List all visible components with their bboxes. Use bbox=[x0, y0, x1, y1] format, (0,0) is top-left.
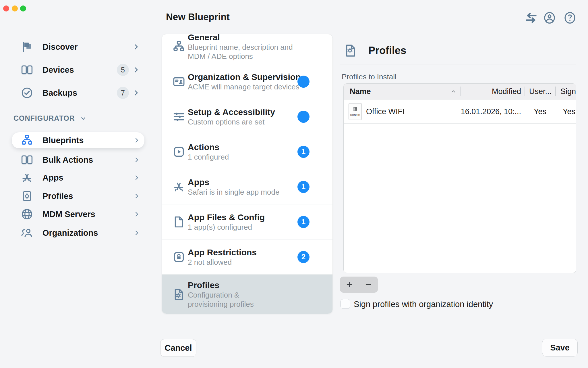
close-window-button[interactable] bbox=[3, 5, 9, 12]
section-row-organization-supervision[interactable]: Organization & Supervision ACME will man… bbox=[162, 64, 332, 99]
backup-check-icon bbox=[21, 87, 33, 99]
section-subtitle: 2 not allowed bbox=[188, 258, 257, 267]
chevron-right-icon bbox=[134, 137, 140, 143]
backups-count-badge: 7 bbox=[117, 87, 129, 99]
chevron-right-icon bbox=[132, 66, 140, 74]
sidebar-item-label: Devices bbox=[42, 65, 74, 75]
chevron-right-icon bbox=[132, 43, 140, 51]
section-row-setup-accessibility[interactable]: Setup & Accessibility Custom options are… bbox=[162, 99, 332, 134]
section-row-profiles[interactable]: Profiles Configuration & provisioning pr… bbox=[162, 275, 332, 314]
sidebar-item-label: Profiles bbox=[42, 191, 73, 201]
column-divider[interactable] bbox=[555, 87, 556, 96]
column-divider[interactable] bbox=[460, 87, 461, 96]
column-header-modified[interactable]: Modified bbox=[492, 87, 521, 96]
status-badge bbox=[297, 76, 310, 88]
profiles-to-install-label: Profiles to Install bbox=[342, 72, 396, 81]
sliders-icon bbox=[172, 110, 185, 123]
section-row-apps[interactable]: Apps Safari is in single app mode 1 bbox=[162, 169, 332, 204]
section-subtitle: provisioning profiles bbox=[188, 300, 254, 309]
sign-profiles-label: Sign profiles with organization identity bbox=[354, 300, 493, 309]
divider bbox=[160, 326, 588, 326]
play-square-icon bbox=[172, 145, 185, 158]
sidebar-item-profiles[interactable]: Profiles bbox=[12, 187, 144, 205]
doc-gear-icon bbox=[343, 43, 358, 59]
detail-panel-title: Profiles bbox=[368, 45, 406, 57]
sidebar-item-blueprints[interactable]: Blueprints bbox=[12, 132, 144, 148]
section-label: CONFIGURATOR bbox=[13, 114, 75, 122]
app-window: New Blueprint Discover Devices 5 Backups bbox=[0, 0, 588, 368]
section-subtitle: 1 app(s) configured bbox=[188, 223, 265, 232]
section-subtitle: Configuration & bbox=[188, 290, 254, 300]
cancel-button[interactable]: Cancel bbox=[160, 339, 196, 357]
section-title: Actions bbox=[188, 142, 229, 152]
column-divider[interactable] bbox=[525, 87, 525, 96]
section-row-app-files-config[interactable]: App Files & Config 1 app(s) configured 1 bbox=[162, 204, 332, 239]
document-icon bbox=[172, 215, 185, 229]
devices-count-badge: 5 bbox=[117, 64, 129, 76]
globe-icon bbox=[21, 208, 33, 221]
sidebar-item-label: Bulk Actions bbox=[42, 155, 93, 165]
section-subtitle: Blueprint name, description and bbox=[188, 43, 293, 52]
chevron-right-icon bbox=[134, 230, 140, 236]
blueprint-section-list: General Blueprint name, description and … bbox=[162, 34, 333, 314]
chevron-right-icon bbox=[132, 89, 140, 97]
chevron-down-icon bbox=[80, 115, 86, 122]
page-title: New Blueprint bbox=[166, 12, 230, 22]
table-row[interactable]: CONFIG Office WIFI 16.01.2026, 10:... Ye… bbox=[344, 99, 576, 124]
sidebar-item-backups[interactable]: Backups 7 bbox=[12, 84, 144, 102]
help-icon[interactable] bbox=[564, 12, 576, 24]
minimize-window-button[interactable] bbox=[12, 5, 18, 12]
section-row-general[interactable]: General Blueprint name, description and … bbox=[162, 34, 332, 64]
profiles-table: Name Modified User... Signe CONFIG Offic… bbox=[343, 83, 576, 273]
transfer-arrows-icon[interactable] bbox=[524, 13, 538, 23]
section-subtitle: Safari is in single app mode bbox=[188, 187, 279, 197]
devices-icon bbox=[21, 154, 33, 166]
section-subtitle: MDM / ADE options bbox=[188, 52, 293, 61]
section-row-app-restrictions[interactable]: App Restrictions 2 not allowed 2 bbox=[162, 239, 332, 275]
section-title: Organization & Supervision bbox=[188, 72, 301, 82]
app-store-icon bbox=[172, 180, 185, 193]
app-store-icon bbox=[21, 171, 33, 184]
sign-profiles-checkbox[interactable] bbox=[341, 299, 350, 309]
zoom-window-button[interactable] bbox=[20, 5, 26, 12]
section-title: App Files & Config bbox=[188, 212, 265, 223]
section-subtitle: ACME will manage target devices bbox=[188, 82, 301, 91]
chevron-right-icon bbox=[134, 193, 140, 199]
config-caption: CONFIG bbox=[350, 114, 360, 116]
save-button[interactable]: Save bbox=[542, 339, 578, 356]
section-title: Profiles bbox=[188, 280, 254, 290]
sidebar-item-bulk-actions[interactable]: Bulk Actions bbox=[12, 151, 144, 169]
sidebar-section-configurator[interactable]: CONFIGURATOR bbox=[13, 114, 86, 122]
section-subtitle: 1 configured bbox=[188, 152, 229, 162]
chevron-right-icon bbox=[134, 175, 140, 181]
sidebar-item-apps[interactable]: Apps bbox=[12, 168, 144, 187]
count-badge: 2 bbox=[297, 251, 310, 263]
sidebar-item-label: MDM Servers bbox=[42, 210, 95, 219]
sidebar-item-mdm-servers[interactable]: MDM Servers bbox=[12, 205, 144, 223]
lock-square-icon bbox=[172, 250, 185, 264]
sidebar-item-label: Backups bbox=[42, 88, 77, 98]
remove-profile-button[interactable]: − bbox=[359, 277, 378, 293]
doc-gear-icon bbox=[172, 288, 185, 301]
chevron-right-icon bbox=[134, 211, 140, 217]
id-card-icon bbox=[172, 75, 185, 88]
account-icon[interactable] bbox=[543, 12, 556, 24]
sidebar-item-label: Blueprints bbox=[42, 136, 84, 145]
count-badge: 1 bbox=[297, 181, 310, 193]
column-header-signed[interactable]: Signe bbox=[560, 87, 576, 96]
section-row-actions[interactable]: Actions 1 configured 1 bbox=[162, 134, 332, 169]
column-header-name[interactable]: Name bbox=[350, 87, 371, 96]
section-title: Apps bbox=[188, 177, 279, 187]
profiles-add-remove-control: + − bbox=[340, 277, 378, 293]
sidebar-item-label: Discover bbox=[42, 42, 78, 52]
sort-ascending-icon[interactable] bbox=[450, 88, 457, 95]
org-chart-icon bbox=[21, 134, 33, 147]
gear-icon bbox=[351, 105, 359, 113]
sidebar-item-organizations[interactable]: Organizations bbox=[12, 224, 144, 242]
count-badge: 1 bbox=[297, 216, 310, 228]
add-profile-button[interactable]: + bbox=[340, 277, 359, 293]
org-chart-icon bbox=[172, 40, 185, 53]
sidebar-item-discover[interactable]: Discover bbox=[12, 38, 144, 56]
column-header-user[interactable]: User... bbox=[529, 87, 552, 96]
sidebar-item-devices[interactable]: Devices 5 bbox=[12, 61, 144, 79]
